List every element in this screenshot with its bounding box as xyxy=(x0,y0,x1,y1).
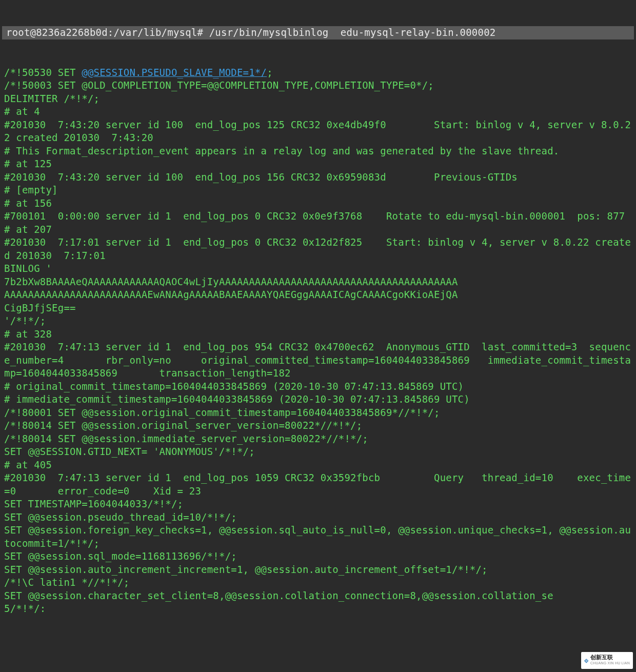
line: # [empty] xyxy=(4,184,58,195)
line: SET @@session.character_set_client=8,@@s… xyxy=(4,590,553,601)
line: # at 156 xyxy=(4,197,52,209)
line: # at 405 xyxy=(4,459,52,470)
line: /*!80014 SET @@session.original_server_v… xyxy=(4,420,362,431)
line: /*!\C latin1 *//*!*/; xyxy=(4,577,129,588)
line: # at 4 xyxy=(4,106,40,117)
line: #700101 0:00:00 server id 1 end_log_pos … xyxy=(4,210,625,222)
line: DELIMITER /*!*/; xyxy=(4,93,100,104)
line: CigBJfjSEg== xyxy=(4,302,76,313)
line: SET @@session.auto_increment_increment=1… xyxy=(4,564,488,575)
line: SET @@session.pseudo_thread_id=10/*!*/; xyxy=(4,511,237,523)
line: /*!50003 SET @OLD_COMPLETION_TYPE=@@COMP… xyxy=(4,80,434,91)
shell-command: /usr/bin/mysqlbinlog edu-mysql-relay-bin… xyxy=(209,27,496,38)
terminal-output[interactable]: root@8236a2268b0d:/var/lib/mysql# /usr/b… xyxy=(0,0,636,628)
line: #201030 7:17:01 server id 1 end_log_pos … xyxy=(4,236,631,261)
line: # at 125 xyxy=(4,158,52,169)
line: SET @@SESSION.GTID_NEXT= 'ANONYMOUS'/*!*… xyxy=(4,446,255,457)
shell-prompt: root@8236a2268b0d:/var/lib/mysql# xyxy=(6,27,203,38)
line: /*!80001 SET @@session.original_commit_t… xyxy=(4,407,440,418)
line: # at 207 xyxy=(4,224,52,235)
line: #201030 7:43:20 server id 100 end_log_po… xyxy=(4,119,631,144)
line: #201030 7:43:20 server id 100 end_log_po… xyxy=(4,171,518,183)
line: # This Format_description_event appears … xyxy=(4,145,559,156)
line: # immediate_commit_timestamp=16040440338… xyxy=(4,393,470,405)
line: #201030 7:47:13 server id 1 end_log_pos … xyxy=(4,341,631,379)
session-variable-link[interactable]: @@SESSION.PSEUDO_SLAVE_MODE=1*/ xyxy=(82,67,267,78)
line: BINLOG ' xyxy=(4,263,52,274)
line: SET TIMESTAMP=1604044033/*!*/; xyxy=(4,498,183,509)
line: SET @@session.foreign_key_checks=1, @@se… xyxy=(4,524,631,549)
line: 5/*!*/: xyxy=(4,603,46,614)
terminal-body: /*!50530 SET @@SESSION.PSEUDO_SLAVE_MODE… xyxy=(0,66,636,616)
line: /*!80014 SET @@session.immediate_server_… xyxy=(4,433,368,444)
line: SET @@session.sql_mode=1168113696/*!*/; xyxy=(4,550,237,562)
line: #201030 7:47:13 server id 1 end_log_pos … xyxy=(4,472,631,497)
line: # original_commit_timestamp=160404403384… xyxy=(4,381,464,392)
line: '/*!*/; xyxy=(4,315,46,326)
line: 7b2bXw8BAAAAeQAAAAAAAAAAAAQAOC4wLjIyAAAA… xyxy=(4,276,458,287)
line: AAAAAAAAAAAAAAAAAAAAAAAAEwANAAgAAAAABAAE… xyxy=(4,289,458,300)
line: ; xyxy=(267,67,273,78)
shell-prompt-line: root@8236a2268b0d:/var/lib/mysql# /usr/b… xyxy=(2,26,634,39)
line: /*!50530 SET xyxy=(4,67,82,78)
line: # at 328 xyxy=(4,328,52,340)
